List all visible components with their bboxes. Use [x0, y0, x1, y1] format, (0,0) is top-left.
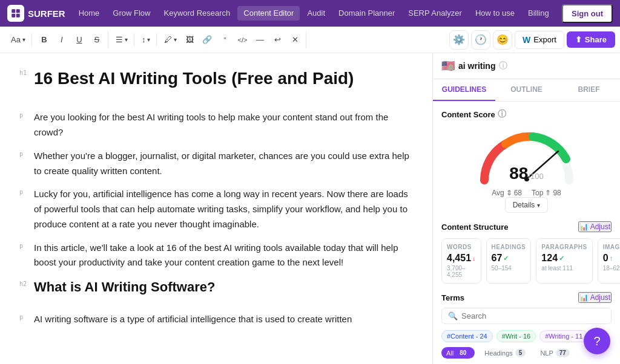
para5[interactable]: AI writing software is a type of artific… [34, 312, 352, 327]
logo[interactable]: SURFER [7, 5, 65, 22]
nav-item-how-to[interactable]: How to use [469, 6, 521, 21]
struct-label: WORDS [447, 244, 476, 250]
signout-button[interactable]: Sign out [562, 4, 613, 23]
right-panel: 🇺🇸 ai writing ⓘ GUIDELINES OUTLINE BRIEF… [432, 53, 620, 364]
details-button[interactable]: Details ▾ [505, 197, 549, 213]
image-button[interactable]: 🖼 [181, 31, 198, 48]
editor-area[interactable]: h1 16 Best AI Writing Tools (Free and Pa… [0, 53, 432, 364]
font-size-dropdown[interactable]: Aa ▾ [7, 33, 29, 46]
struct-card-paragraphs: PARAGRAPHS 124✓ at least 111 [536, 238, 592, 284]
para2[interactable]: Whether you're a blogger, journalist, or… [34, 149, 413, 179]
para1[interactable]: Are you looking for the best AI writing … [34, 110, 413, 140]
undo-button[interactable]: ↩ [269, 31, 286, 48]
nav-item-audit[interactable]: Audit [301, 6, 331, 21]
para3[interactable]: Lucky for you, artificial intelligence h… [34, 187, 413, 232]
align-icon: ☰ [116, 35, 123, 44]
bold-button[interactable]: B [36, 31, 53, 48]
chevron-down-icon4: ▾ [174, 36, 177, 43]
nav-item-home[interactable]: Home [73, 6, 106, 21]
top-label: Top [532, 189, 543, 197]
highlight-dropdown[interactable]: 🖊 ▾ [160, 33, 180, 46]
struct-range: 3,700–4,255 [447, 265, 476, 278]
h1-tag: h1 [19, 68, 31, 76]
emoji-button[interactable]: 😊 [493, 30, 512, 50]
logo-text: SURFER [28, 8, 65, 19]
filter-tab-label: NLP [540, 349, 553, 357]
gauge-number: 88/100 [509, 164, 543, 183]
info-icon[interactable]: ⓘ [499, 60, 507, 71]
nav-item-billing[interactable]: Billing [522, 6, 555, 21]
nav-item-grow-flow[interactable]: Grow Flow [107, 6, 156, 21]
export-label: Export [533, 35, 556, 44]
para4[interactable]: In this article, we'll take a look at 16… [34, 241, 413, 271]
nav-item-content-editor[interactable]: Content Editor [237, 6, 300, 21]
filter-tab-all[interactable]: All80 [441, 347, 475, 359]
quote-button[interactable]: " [216, 31, 233, 48]
filter-tab-headings[interactable]: Headings5 [480, 347, 530, 359]
avg-value: 68 [514, 189, 522, 197]
h2-block: h2 What is AI Writing Software? [19, 279, 413, 304]
help-bubble[interactable]: ? [584, 328, 610, 354]
underline-button[interactable]: U [71, 31, 88, 48]
export-button[interactable]: W Export [515, 31, 564, 49]
filter-tab-nlp[interactable]: NLP77 [535, 347, 575, 359]
adjust-chart-icon: 📊 [579, 223, 589, 231]
filter-tab-badge: 77 [556, 349, 570, 357]
link-button[interactable]: 🔗 [199, 31, 216, 48]
top-nav: SURFER HomeGrow FlowKeyword ResearchCont… [0, 0, 620, 27]
keyword-title: ai writing [458, 61, 495, 71]
spacing-icon: ↕ [142, 35, 146, 44]
term-tag[interactable]: #Writing - 11 [539, 330, 588, 342]
tab-guidelines[interactable]: GUIDELINES [433, 79, 495, 101]
italic-button[interactable]: I [53, 31, 70, 48]
h2-tag: h2 [19, 279, 31, 287]
code-button[interactable]: </> [234, 31, 251, 48]
settings-button[interactable]: ⚙️ [449, 30, 469, 50]
nav-item-serp-analyzer[interactable]: SERP Analyzer [402, 6, 468, 21]
filter-tab-label: Headings [484, 349, 512, 357]
structure-adjust-button[interactable]: 📊 Adjust [578, 221, 612, 232]
adjust-label: Adjust [590, 223, 610, 231]
content-score-info-icon[interactable]: ⓘ [498, 109, 506, 120]
h2-title[interactable]: What is AI Writing Software? [34, 279, 215, 296]
content-structure-section: Content Structure 📊 Adjust WORDS 4,451↓ … [441, 221, 612, 284]
tab-brief[interactable]: BRIEF [558, 79, 620, 101]
gauge-container: 88/100 Avg ⇕ 68 Top ⇑ 98 [441, 126, 612, 213]
terms-adjust-icon: 📊 [579, 293, 589, 302]
terms-header: Terms 📊 Adjust [441, 292, 612, 303]
top-value: 98 [553, 189, 561, 197]
svg-rect-0 [12, 9, 15, 13]
article-title[interactable]: 16 Best AI Writing Tools (Free and Paid) [34, 68, 354, 89]
term-tag[interactable]: #Writ - 16 [496, 330, 536, 342]
history-button[interactable]: 🕐 [471, 30, 490, 50]
struct-value: 0↑ [603, 253, 620, 264]
struct-arrow: ↑ [610, 255, 613, 262]
top-arrow: ⇑ [545, 189, 551, 197]
spacing-dropdown[interactable]: ↕ ▾ [138, 33, 154, 46]
struct-range: 18–62 [603, 265, 620, 271]
score-value: 88 [509, 164, 528, 183]
flag-icon: 🇺🇸 [441, 59, 455, 73]
divider-button[interactable]: — [251, 31, 268, 48]
para2-block: p Whether you're a blogger, journalist, … [19, 149, 413, 179]
score-slash: /100 [528, 172, 543, 181]
structure-grid: WORDS 4,451↓ 3,700–4,255 HEADINGS 67✓ 50… [441, 238, 612, 284]
struct-arrow: ↓ [472, 255, 476, 262]
redo-button[interactable]: ✕ [286, 31, 303, 48]
align-dropdown[interactable]: ☰ ▾ [112, 33, 131, 46]
para3-tag: p [19, 187, 31, 195]
nav-item-domain-planner[interactable]: Domain Planner [332, 6, 401, 21]
toolbar-right: ⚙️ 🕐 😊 W Export ⬆ Share [449, 30, 615, 50]
font-size-group: Aa ▾ [5, 33, 32, 46]
term-tag[interactable]: #Content - 24 [441, 330, 493, 342]
rp-tabs: GUIDELINES OUTLINE BRIEF [433, 79, 620, 102]
para4-tag: p [19, 241, 31, 249]
wordpress-icon: W [523, 35, 530, 45]
terms-adjust-button[interactable]: 📊 Adjust [578, 292, 612, 303]
search-input[interactable] [461, 311, 605, 320]
strikethrough-button[interactable]: S [88, 31, 105, 48]
share-button[interactable]: ⬆ Share [567, 31, 615, 48]
para2-tag: p [19, 149, 31, 157]
nav-item-keyword-research[interactable]: Keyword Research [157, 6, 236, 21]
tab-outline[interactable]: OUTLINE [495, 79, 558, 101]
